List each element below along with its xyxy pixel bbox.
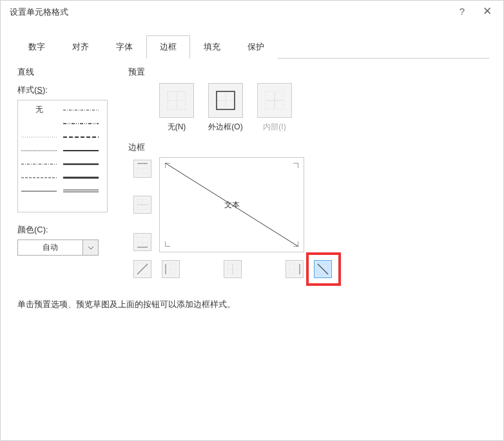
color-label: 颜色(C): [17,224,121,236]
tab-number[interactable]: 数字 [15,35,59,59]
border-left-button[interactable] [162,260,180,278]
hint-text: 单击预置选项、预览草图及上面的按钮可以添加边框样式。 [17,299,503,310]
close-button[interactable]: ✕ [483,5,492,18]
line-group-label: 直线 [17,66,121,78]
svg-rect-44 [289,264,300,274]
border-middle-h-icon [137,199,148,211]
preset-none-icon [167,91,186,110]
border-right-icon [289,263,300,275]
preset-inner-button[interactable] [257,83,292,118]
preset-inner-label: 内部(I) [263,122,286,133]
tab-font[interactable]: 字体 [102,35,146,59]
line-style-5[interactable] [18,190,60,192]
line-style-11[interactable] [60,176,102,179]
line-style-2[interactable] [18,149,60,152]
border-middle-v-icon [227,263,238,275]
tab-alignment[interactable]: 对齐 [59,35,102,59]
border-top-button[interactable] [133,160,151,178]
border-middle-h-button[interactable] [133,196,151,214]
line-style-7[interactable] [60,122,102,125]
color-value: 自动 [17,239,83,256]
color-select[interactable]: 自动 [17,239,121,256]
border-bottom-icon [137,236,148,248]
style-label: 样式(S): [17,84,121,96]
tab-border[interactable]: 边框 [146,35,190,59]
line-style-1[interactable] [18,136,60,138]
preset-outer-icon [216,91,235,110]
svg-rect-30 [137,237,148,247]
border-diag-up-button[interactable] [133,260,151,278]
titlebar: 设置单元格格式 ? ✕ [1,1,503,24]
tab-fill[interactable]: 填充 [190,35,234,59]
preset-outer-label: 外边框(O) [208,122,242,133]
border-diag-up-icon [137,263,148,275]
preset-inner-icon [265,91,284,110]
preset-none-button[interactable] [159,83,194,118]
line-style-8[interactable] [60,136,102,138]
tab-protection[interactable]: 保护 [234,35,278,59]
border-group-label: 边框 [128,142,487,153]
preset-none-label: 无(N) [168,122,186,133]
preset-outer-button[interactable] [208,83,243,118]
line-style-6[interactable] [60,109,102,111]
color-dropdown-button[interactable] [83,239,99,256]
svg-line-35 [137,264,148,274]
preview-text-label: 文本 [224,200,240,211]
border-right-button[interactable] [286,260,304,278]
svg-rect-23 [137,164,148,174]
tab-bar: 数字 对齐 字体 边框 填充 保护 [1,35,503,59]
border-left-icon [165,263,177,275]
line-style-3[interactable] [18,163,60,165]
border-middle-v-button[interactable] [224,260,242,278]
line-style-9[interactable] [60,149,102,152]
line-style-4[interactable] [18,176,60,179]
line-style-12[interactable] [60,189,102,193]
chevron-down-icon [88,246,94,250]
line-style-list[interactable]: 无 [17,100,108,212]
line-style-10[interactable] [60,163,102,165]
border-preview[interactable]: 文本 [159,157,304,252]
border-top-icon [137,163,148,174]
dialog-title: 设置单元格格式 [10,6,68,18]
svg-rect-37 [166,264,176,274]
line-style-none[interactable]: 无 [35,104,43,115]
preset-group-label: 预置 [128,66,487,78]
annotation-highlight [306,252,341,286]
format-cells-dialog: 设置单元格格式 ? ✕ 数字 对齐 字体 边框 填充 保护 直线 样式(S): … [0,0,504,441]
border-bottom-button[interactable] [133,233,151,251]
help-button[interactable]: ? [460,6,465,17]
